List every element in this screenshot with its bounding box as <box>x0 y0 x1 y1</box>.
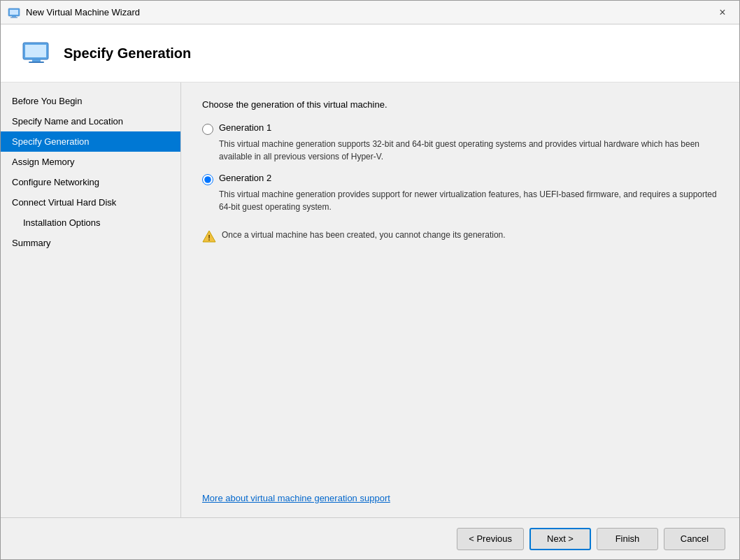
warning-box: ! Once a virtual machine has been create… <box>202 229 718 243</box>
close-button[interactable]: × <box>713 3 732 22</box>
sidebar-item-installation-options[interactable]: Installation Options <box>1 213 180 233</box>
sidebar: Before You BeginSpecify Name and Locatio… <box>1 82 181 517</box>
cancel-button[interactable]: Cancel <box>664 528 725 550</box>
gen1-description: This virtual machine generation supports… <box>219 138 718 163</box>
svg-rect-2 <box>12 16 16 17</box>
header-icon <box>22 38 51 68</box>
sidebar-item-assign-memory[interactable]: Assign Memory <box>1 152 180 172</box>
gen2-description: This virtual machine generation provides… <box>219 188 718 213</box>
wizard-window: New Virtual Machine Wizard × Specify Gen… <box>0 0 740 560</box>
gen1-label[interactable]: Generation 1 <box>219 122 271 133</box>
sidebar-item-specify-name[interactable]: Specify Name and Location <box>1 111 180 131</box>
title-bar: New Virtual Machine Wizard × <box>1 1 739 24</box>
footer: < Previous Next > Finish Cancel <box>1 517 739 559</box>
page-title: Specify Generation <box>64 45 191 62</box>
previous-button[interactable]: < Previous <box>457 528 524 550</box>
svg-rect-3 <box>10 17 17 17</box>
sidebar-item-before-you-begin[interactable]: Before You Begin <box>1 91 180 111</box>
sidebar-item-summary[interactable]: Summary <box>1 233 180 253</box>
instruction-text: Choose the generation of this virtual ma… <box>202 99 718 110</box>
svg-rect-6 <box>32 59 41 62</box>
svg-text:!: ! <box>208 234 211 242</box>
main-panel: Choose the generation of this virtual ma… <box>181 82 739 517</box>
gen2-label[interactable]: Generation 2 <box>219 173 271 183</box>
next-button[interactable]: Next > <box>529 528 591 550</box>
sidebar-item-specify-generation[interactable]: Specify Generation <box>1 131 180 152</box>
help-link[interactable]: More about virtual machine generation su… <box>202 493 390 503</box>
window-icon <box>8 6 20 19</box>
link-area: More about virtual machine generation su… <box>202 479 718 503</box>
gen1-radio[interactable] <box>202 124 213 135</box>
warning-text: Once a virtual machine has been created,… <box>222 229 506 241</box>
gen2-option[interactable]: Generation 2 <box>202 173 718 185</box>
radio-group: Generation 1 This virtual machine genera… <box>202 122 718 243</box>
window-title: New Virtual Machine Wizard <box>26 7 713 17</box>
gen2-radio[interactable] <box>202 174 213 185</box>
svg-rect-1 <box>10 10 18 15</box>
svg-rect-7 <box>29 62 44 63</box>
svg-rect-5 <box>25 45 46 57</box>
warning-icon: ! <box>202 229 216 243</box>
sidebar-item-connect-vhd[interactable]: Connect Virtual Hard Disk <box>1 192 180 213</box>
gen1-option[interactable]: Generation 1 <box>202 122 718 135</box>
header: Specify Generation <box>1 24 739 82</box>
sidebar-item-configure-networking[interactable]: Configure Networking <box>1 172 180 192</box>
content-area: Before You BeginSpecify Name and Locatio… <box>1 82 739 517</box>
finish-button[interactable]: Finish <box>597 528 658 550</box>
